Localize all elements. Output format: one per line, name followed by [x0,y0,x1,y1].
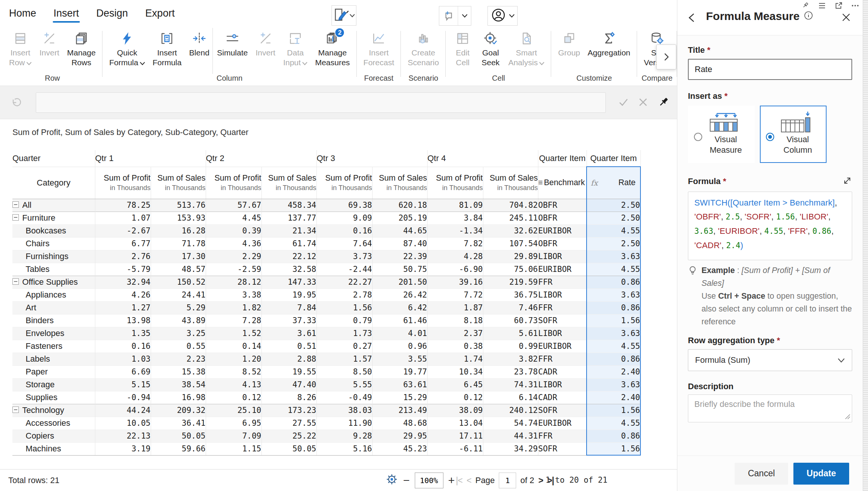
value-cell[interactable]: 5.61 [483,327,538,340]
rate-cell[interactable]: 2.50 [587,212,640,224]
value-cell[interactable]: 11.90 [316,417,372,430]
value-cell[interactable]: 0.12 [427,391,483,404]
value-cell[interactable]: 1.20 [206,353,261,365]
rate-cell[interactable]: 4.55 [587,263,640,276]
pin-icon[interactable] [658,97,670,110]
value-cell[interactable]: 32.58 [261,263,316,276]
description-textarea[interactable] [688,394,852,422]
value-cell[interactable]: 24.41 [151,288,206,301]
value-cell[interactable]: 5.16 [316,442,372,455]
rate-cell[interactable]: 4.55 [587,417,640,430]
next-page-button[interactable]: > [538,476,543,486]
rate-cell[interactable]: 2.40 [587,365,640,378]
value-cell[interactable]: 16.28 [151,224,206,237]
value-cell[interactable]: 22.13 [95,430,151,442]
value-cell[interactable]: 32.94 [95,276,151,288]
title-field-input[interactable] [688,59,852,80]
benchmark-cell[interactable]: FFR [538,276,587,288]
tab-export[interactable]: Export [145,0,175,19]
value-cell[interactable]: 4.45 [206,212,261,224]
expand-ribbon-button[interactable] [656,44,676,69]
value-cell[interactable]: 3.38 [206,288,261,301]
value-cell[interactable]: 6.42 [372,301,427,314]
value-cell[interactable]: 15.38 [151,365,206,378]
close-icon[interactable] [841,12,851,24]
value-cell[interactable]: 16.98 [151,391,206,404]
value-cell[interactable]: 57.67 [206,199,261,212]
category-cell[interactable]: Machines [12,442,95,455]
benchmark-cell[interactable]: SOFR [538,314,587,327]
rate-cell[interactable]: 3.63 [587,378,640,391]
value-cell[interactable]: 245.11 [483,212,538,224]
column-header-qtr-4[interactable]: Qtr 4 [427,150,538,167]
value-cell[interactable]: 37.33 [261,314,316,327]
category-cell[interactable]: Furnishings [12,250,95,263]
value-cell[interactable]: 7.82 [427,237,483,250]
value-cell[interactable]: 21.34 [261,224,316,237]
value-cell[interactable]: 61.74 [261,237,316,250]
panel-scrollbar[interactable] [863,0,868,491]
value-cell[interactable]: 1.74 [427,353,483,365]
category-cell[interactable]: Supplies [12,391,95,404]
list-icon[interactable] [818,2,826,11]
value-cell[interactable]: 81.09 [427,199,483,212]
value-cell[interactable]: -2.44 [316,263,372,276]
rate-cell[interactable]: 3.63 [587,288,640,301]
benchmark-cell[interactable]: SOFR [538,442,587,455]
value-cell[interactable]: -6.11 [427,442,483,455]
value-cell[interactable]: 0.55 [151,340,206,353]
value-cell[interactable]: -5.79 [95,263,151,276]
value-cell[interactable]: 61.46 [372,314,427,327]
account-button[interactable] [487,6,518,26]
rate-cell[interactable]: 2.40 [587,391,640,404]
value-cell[interactable]: 3.73 [316,250,372,263]
value-cell[interactable]: 75.06 [483,263,538,276]
pin-icon[interactable] [802,2,809,11]
column-header-qtr-1[interactable]: Qtr 1 [95,150,206,167]
cancel-x-icon[interactable] [637,97,649,109]
tab-insert[interactable]: Insert [53,0,79,19]
update-button[interactable]: Update [793,463,849,485]
value-cell[interactable]: 7.28 [206,314,261,327]
value-cell[interactable]: 6.95 [206,417,261,430]
benchmark-cell[interactable]: LIBOR [538,288,587,301]
value-cell[interactable]: 0.12 [206,391,261,404]
category-cell[interactable]: Binders [12,314,95,327]
value-cell[interactable]: 7.46 [483,301,538,314]
value-cell[interactable]: 38.09 [427,404,483,417]
value-cell[interactable]: 240.12 [483,404,538,417]
value-cell[interactable]: 50.05 [151,430,206,442]
category-cell[interactable]: Storage [12,378,95,391]
collapse-icon[interactable] [12,200,19,210]
category-cell[interactable]: Accessories [12,417,95,430]
value-cell[interactable]: 60.73 [483,314,538,327]
category-cell[interactable]: Technology [12,404,95,417]
rate-cell[interactable]: 2.50 [587,237,640,250]
benchmark-cell[interactable]: EURIBOR [538,263,587,276]
benchmark-cell[interactable]: EURIBOR [538,340,587,353]
measure-header-qtr-3-sum-of-profit[interactable]: Sum of Profitin Thousands [316,167,372,199]
value-cell[interactable]: 0.96 [372,340,427,353]
value-cell[interactable]: 2.37 [427,327,483,340]
value-cell[interactable]: 458.34 [261,199,316,212]
value-cell[interactable]: -0.94 [95,391,151,404]
value-cell[interactable]: 2.23 [151,353,206,365]
value-cell[interactable]: 704.82 [483,199,538,212]
goal-seek-button[interactable]: GoalSeek [477,28,504,68]
value-cell[interactable]: 1.82 [206,301,261,314]
value-cell[interactable]: 0.16 [316,224,372,237]
benchmark-cell[interactable]: CADR [538,365,587,378]
value-cell[interactable]: 201.50 [372,276,427,288]
value-cell[interactable]: 44.24 [95,404,151,417]
value-cell[interactable]: 63.61 [372,378,427,391]
value-cell[interactable]: 2.76 [95,250,151,263]
value-cell[interactable]: 8.50 [316,365,372,378]
benchmark-cell[interactable]: FFR [538,301,587,314]
tab-home[interactable]: Home [9,0,36,19]
value-cell[interactable]: 50.75 [372,263,427,276]
popout-icon[interactable] [835,2,842,11]
value-cell[interactable]: 7.72 [427,288,483,301]
rate-cell[interactable]: 0.86 [587,430,640,442]
category-cell[interactable]: Envelopes [12,327,95,340]
value-cell[interactable]: -6.90 [427,263,483,276]
